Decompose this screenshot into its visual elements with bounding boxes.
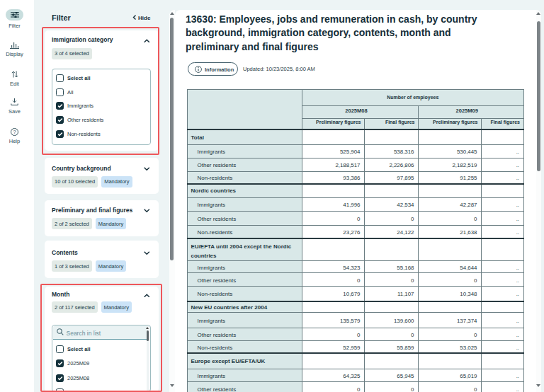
- svg-text:?: ?: [13, 129, 16, 135]
